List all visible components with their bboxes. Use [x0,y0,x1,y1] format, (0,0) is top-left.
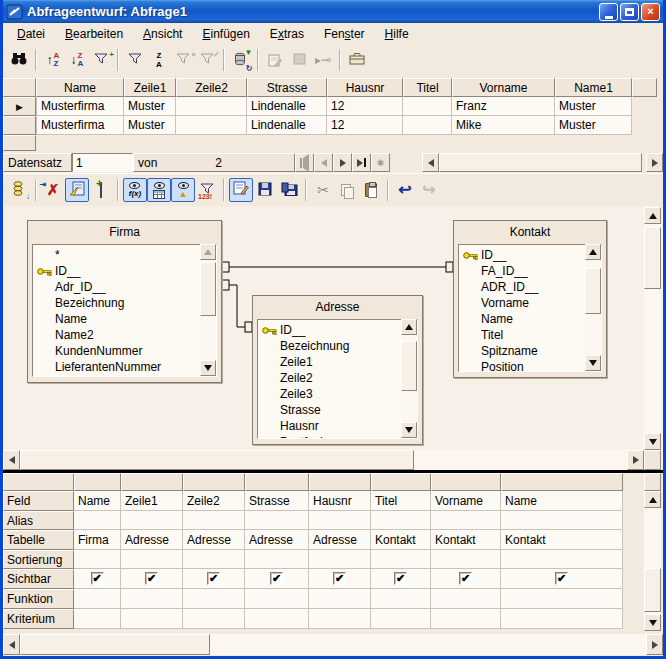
alias-cell[interactable] [431,511,501,530]
sort-order-button[interactable]: ZA [147,48,171,72]
kriterium-cell[interactable] [245,609,309,629]
field-item[interactable]: ID__ [262,322,417,338]
sichtbar-checkbox[interactable]: ✔ [145,572,158,585]
data-cell[interactable]: Lindenalle [247,97,327,116]
table-title[interactable]: Kontakt [454,221,606,243]
table-title[interactable]: Firma [28,221,221,243]
data-cell[interactable] [403,116,452,135]
alias-cell[interactable] [74,511,121,530]
next-record-button[interactable] [333,153,352,172]
kriterium-cell[interactable] [183,609,245,629]
kriterium-cell[interactable] [74,609,121,629]
sichtbar-checkbox[interactable]: ✔ [459,572,472,585]
feld-cell[interactable]: Hausnr [309,491,371,511]
close-button[interactable]: × [641,3,660,21]
scroll-down-button[interactable] [644,614,661,631]
sichtbar-checkbox[interactable]: ✔ [91,572,104,585]
sortierung-cell[interactable] [371,550,431,569]
scroll-right-button[interactable] [646,634,663,655]
alias-cell[interactable] [245,511,309,530]
alias-cell[interactable] [121,511,183,530]
table-box-kontakt[interactable]: Kontakt ID__FA_ID__ADR_ID__VornameNameTi… [453,220,607,378]
menu-item[interactable]: Extras [261,25,313,43]
find-record-button[interactable] [7,48,31,72]
scroll-down-button[interactable] [401,422,417,438]
field-item[interactable]: Postfach [262,434,417,439]
menu-item[interactable]: Einfügen [193,25,258,43]
tabelle-cell[interactable]: Adresse [245,530,309,550]
column-header[interactable]: Zeile1 [124,78,176,97]
field-item[interactable]: Zeile3 [262,386,417,402]
feld-cell[interactable]: Titel [371,491,431,511]
record-number-input[interactable]: 1 [72,153,133,172]
alias-cell[interactable] [309,511,371,530]
kriterium-cell[interactable] [309,609,371,629]
data-cell[interactable]: Musterfirma [36,116,124,135]
scroll-down-button[interactable] [644,433,661,450]
field-item[interactable]: Name [37,311,216,327]
data-cell[interactable]: Franz [452,97,555,116]
tabelle-cell[interactable]: Adresse [309,530,371,550]
autofilter-button[interactable]: + [89,48,113,72]
field-item[interactable]: Adr_ID__ [37,279,216,295]
data-cell[interactable]: Muster [555,97,632,116]
grid-column-header[interactable] [74,473,121,491]
table-title[interactable]: Adresse [253,296,422,318]
feld-cell[interactable]: Name [74,491,121,511]
tabelle-cell[interactable]: Kontakt [431,530,501,550]
data-cell[interactable]: Musterfirma [36,97,124,116]
funktion-cell[interactable] [74,589,121,609]
scroll-down-button[interactable] [585,355,601,371]
field-item[interactable]: ID__ [463,247,601,263]
tabelle-cell[interactable]: Adresse [183,530,245,550]
kriterium-cell[interactable] [501,609,623,629]
field-item[interactable]: Bezeichnung [37,295,216,311]
sortierung-cell[interactable] [431,550,501,569]
scroll-up-button[interactable] [585,244,601,260]
funktion-cell[interactable] [501,589,623,609]
current-row-selector[interactable]: ▶ [3,97,36,116]
title-bar[interactable]: Abfrageentwurf: Abfrage1 × [3,0,663,23]
datasheet-hscroll-right[interactable] [646,153,663,172]
field-item[interactable]: Zeile1 [262,354,417,370]
kriterium-cell[interactable] [371,609,431,629]
data-cell[interactable]: Muster [555,116,632,135]
functions-button[interactable]: f(x) [123,178,147,202]
scroll-up-button[interactable] [644,491,661,508]
sortierung-cell[interactable] [501,550,623,569]
sortierung-cell[interactable] [309,550,371,569]
grid-column-header[interactable] [371,473,431,491]
field-item[interactable]: Bezeichnung [262,338,417,354]
run-query-button[interactable]: ↓ [7,178,31,202]
field-item[interactable]: Name2 [37,327,216,343]
sichtbar-checkbox[interactable]: ✔ [333,572,346,585]
kriterium-cell[interactable] [431,609,501,629]
field-item[interactable]: Vorname [463,295,601,311]
tabelle-cell[interactable]: Firma [74,530,121,550]
feld-cell[interactable]: Zeile1 [121,491,183,511]
alias-cell[interactable] [183,511,245,530]
field-item[interactable]: Hausnr [262,418,417,434]
menu-item[interactable]: Hilfe [376,25,418,43]
grid-column-header[interactable] [183,473,245,491]
data-cell[interactable]: Mike [452,116,555,135]
field-item[interactable]: LieferantenNummer [37,359,216,375]
tabelle-cell[interactable]: Kontakt [371,530,431,550]
funktion-cell[interactable] [121,589,183,609]
alias-button[interactable]: ▲ [171,178,195,202]
clear-query-button[interactable]: ✗⇥ [41,178,65,202]
field-item[interactable]: Titel [463,327,601,343]
undo-button[interactable]: ↩ [393,178,417,202]
funktion-cell[interactable] [245,589,309,609]
tabelle-cell[interactable]: Kontakt [501,530,623,550]
distinct-values-button[interactable]: 123! [195,178,219,202]
scroll-right-button[interactable] [627,450,644,470]
field-item[interactable]: * [37,247,216,263]
field-item[interactable]: ID__ [37,263,216,279]
feld-cell[interactable]: Strasse [245,491,309,511]
menu-item[interactable]: Ansicht [134,25,191,43]
save-button[interactable] [253,178,277,202]
minimize-button[interactable] [599,3,618,21]
sichtbar-checkbox[interactable]: ✔ [207,572,220,585]
field-item[interactable]: Position [463,359,601,372]
